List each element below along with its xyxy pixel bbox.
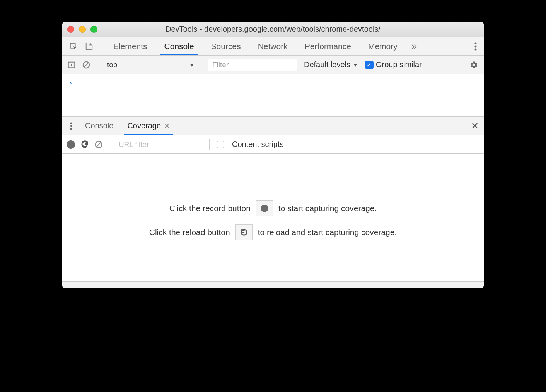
svg-rect-2	[89, 45, 92, 50]
hint-text: to start capturing coverage.	[278, 204, 377, 213]
hint-text: Click the record button	[169, 204, 251, 213]
hint-text: Click the reload button	[149, 228, 230, 237]
tab-label: Elements	[113, 42, 147, 51]
reload-button[interactable]	[80, 140, 89, 149]
main-menu-button[interactable]	[467, 37, 484, 55]
svg-line-8	[84, 63, 89, 67]
dropdown-triangle-icon: ▼	[353, 62, 358, 68]
minimize-window-button[interactable]	[79, 26, 86, 33]
drawer-tab-strip: Console Coverage ✕ ✕	[62, 117, 484, 135]
console-filter-input[interactable]	[208, 59, 297, 71]
svg-point-3	[475, 42, 477, 44]
svg-point-5	[475, 48, 477, 50]
tab-sources[interactable]: Sources	[203, 37, 249, 55]
content-scripts-checkbox[interactable]	[217, 141, 224, 148]
tab-label: Network	[258, 42, 288, 51]
coverage-toolbar: Content scripts	[62, 135, 484, 154]
tab-performance[interactable]: Performance	[296, 37, 360, 55]
svg-point-9	[70, 122, 72, 124]
main-tab-strip: Elements Console Sources Network Perform…	[62, 37, 484, 56]
close-window-button[interactable]	[67, 26, 74, 33]
svg-point-4	[475, 45, 477, 47]
inspect-element-icon[interactable]	[66, 37, 81, 55]
checkbox-checked-icon: ✓	[365, 61, 374, 69]
dropdown-triangle-icon: ▼	[189, 62, 195, 68]
tab-label: Memory	[368, 42, 398, 51]
clear-console-icon[interactable]	[80, 61, 92, 69]
device-toolbar-icon[interactable]	[81, 37, 97, 55]
tab-memory[interactable]: Memory	[360, 37, 406, 55]
svg-point-10	[70, 125, 72, 127]
hint-text: to reload and start capturing coverage.	[258, 228, 397, 237]
content-scripts-label: Content scripts	[232, 140, 283, 149]
clear-coverage-icon[interactable]	[94, 140, 103, 149]
console-toolbar: top ▼ Default levels ▼ ✓ Group similar	[62, 56, 484, 74]
window-controls	[67, 26, 97, 33]
tab-console[interactable]: Console	[156, 37, 203, 55]
context-value: top	[106, 61, 117, 69]
tab-network[interactable]: Network	[249, 37, 296, 55]
execute-icon[interactable]	[66, 61, 77, 69]
url-filter-input[interactable]	[117, 139, 202, 150]
console-prompt-icon: ›	[68, 78, 73, 87]
coverage-hint-reload: Click the reload button to reload and st…	[149, 224, 397, 240]
devtools-window: DevTools - developers.google.com/web/too…	[62, 22, 484, 288]
svg-point-11	[70, 128, 72, 130]
overflow-glyph: »	[411, 40, 417, 52]
coverage-hint-record: Click the record button to start capturi…	[169, 200, 377, 216]
tab-label: Sources	[211, 42, 241, 51]
tab-label: Console	[164, 42, 194, 51]
tab-elements[interactable]: Elements	[105, 37, 156, 55]
group-similar-toggle[interactable]: ✓ Group similar	[365, 60, 422, 69]
record-button-inline[interactable]	[256, 200, 273, 216]
tabs-overflow-button[interactable]: »	[406, 37, 422, 55]
tab-label: Console	[85, 121, 113, 130]
console-output[interactable]: ›	[62, 74, 484, 117]
record-button[interactable]	[67, 140, 75, 149]
coverage-empty-state: Click the record button to start capturi…	[62, 154, 484, 281]
svg-line-14	[97, 142, 101, 147]
reload-button-inline[interactable]	[235, 224, 253, 240]
log-levels-selector[interactable]: Default levels ▼	[300, 60, 362, 69]
tab-label: Coverage	[127, 121, 161, 130]
drawer-tab-coverage[interactable]: Coverage ✕	[120, 117, 177, 135]
status-bar	[62, 281, 484, 288]
tab-label: Performance	[305, 42, 351, 51]
window-title: DevTools - developers.google.com/web/too…	[62, 25, 484, 34]
context-selector[interactable]: top ▼	[102, 59, 198, 71]
levels-label: Default levels	[304, 60, 350, 69]
group-similar-label: Group similar	[376, 60, 422, 69]
drawer-close-button[interactable]: ✕	[466, 117, 484, 135]
console-settings-icon[interactable]	[467, 60, 480, 70]
close-tab-icon[interactable]: ✕	[164, 122, 170, 130]
drawer-tab-console[interactable]: Console	[78, 117, 120, 135]
titlebar: DevTools - developers.google.com/web/too…	[62, 22, 484, 37]
zoom-window-button[interactable]	[90, 26, 97, 33]
drawer-menu-button[interactable]	[64, 117, 78, 135]
